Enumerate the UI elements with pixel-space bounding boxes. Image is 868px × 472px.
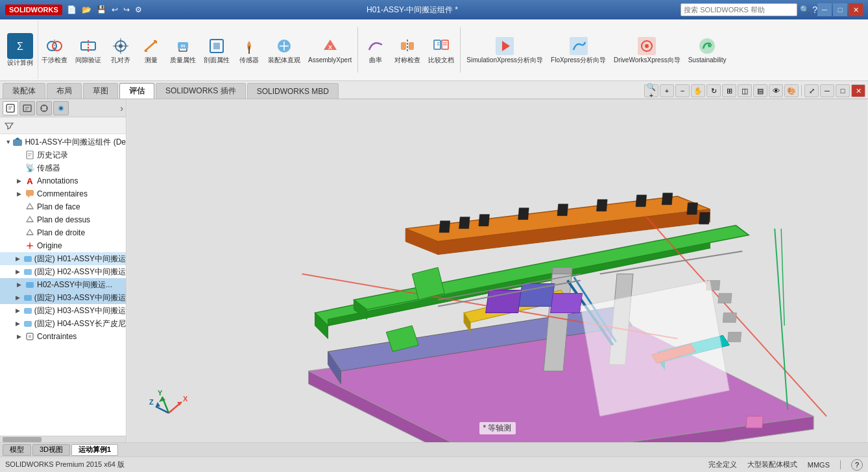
measure-icon (141, 36, 162, 56)
pan-button[interactable]: ✋ (691, 84, 705, 97)
redo-icon[interactable]: ↪ (121, 5, 132, 15)
curvature-button[interactable]: 曲率 (361, 27, 390, 73)
panel-scrollbar[interactable] (0, 436, 127, 442)
svg-rect-113 (723, 313, 736, 322)
tab-layout[interactable]: 布局 (47, 83, 82, 99)
expand-plan-face-icon (14, 202, 23, 211)
hide-show-button[interactable]: 👁 (769, 84, 783, 97)
minimize-button[interactable]: ─ (817, 3, 832, 16)
assembly-visual-button[interactable]: 装配体直观 (265, 27, 304, 73)
tab-sketch[interactable]: 草图 (83, 83, 118, 99)
tree-annotations[interactable]: ▶ A Annotations (0, 174, 126, 187)
tree-root[interactable]: ▼ H01-ASSY-中间搬运组件 (De (0, 136, 126, 148)
feature-tree: ▼ H01-ASSY-中间搬运组件 (De 历史记录 📡 传感器 (0, 134, 126, 436)
display-manager-tab[interactable] (53, 101, 69, 115)
simulation-xpress-button[interactable]: SimulationXpress分析向导 (463, 27, 546, 73)
tabbar-min-button[interactable]: ─ (820, 84, 834, 97)
view-tools: 🔍+ + − ✋ ↻ ⊞ ◫ ▤ 👁 🎨 ⤢ ─ □ ✕ (642, 83, 868, 99)
tree-h01[interactable]: ▶ (固定) H01-ASSY中间搬运 (0, 252, 126, 265)
floxpress-icon (568, 36, 589, 56)
panel-arrow-icon[interactable]: › (120, 103, 123, 113)
tree-h03-2-label: (固定) H03-ASSY中间搬运 (34, 305, 126, 316)
symmetry-check-button[interactable]: 对称检查 (391, 27, 424, 73)
search-icon[interactable]: 🔍 (800, 5, 810, 14)
design-calc-button[interactable]: Σ 设计算例 (3, 21, 38, 79)
section-view-button[interactable]: ▤ (753, 84, 767, 97)
zoom-in-button[interactable]: + (660, 84, 674, 97)
save-icon[interactable]: 💾 (95, 5, 108, 15)
toolbar-separator-1 (357, 27, 358, 73)
config-manager-tab[interactable] (36, 101, 52, 115)
tree-h04[interactable]: ▶ (固定) H04-ASSY长产皮尼 (0, 317, 126, 330)
tab-sw-plugins[interactable]: SOLIDWORKS 插件 (156, 83, 246, 99)
tree-h03-2[interactable]: ▶ (固定) H03-ASSY中间搬运 (0, 304, 126, 317)
mass-props-button[interactable]: m 质量属性 (167, 27, 199, 73)
tree-origin[interactable]: Origine (0, 239, 126, 252)
new-icon[interactable]: 📄 (65, 5, 78, 15)
display-style-button[interactable]: ◫ (738, 84, 752, 97)
appear-button[interactable]: 🎨 (784, 84, 799, 97)
tree-sensor[interactable]: 📡 传感器 (0, 161, 126, 174)
tab-sw-mbd[interactable]: SOLIDWORKS MBD (247, 83, 339, 99)
bottom-tab-motion[interactable]: 运动算例1 (71, 444, 118, 456)
rotate-button[interactable]: ↻ (706, 84, 721, 97)
expand-button[interactable]: ⤢ (804, 84, 819, 97)
tabbar-close-button[interactable]: ✕ (851, 84, 865, 97)
feature-manager-tab[interactable] (3, 101, 18, 115)
toolbar-separator-2 (460, 27, 461, 73)
sustainability-button[interactable]: Sustainability (685, 27, 730, 73)
options-icon[interactable]: ⚙ (133, 5, 144, 15)
sustainability-label: Sustainability (688, 56, 727, 64)
interference-check-button[interactable]: 干涉检查 (38, 27, 71, 73)
bottom-tab-3dview[interactable]: 3D视图 (32, 444, 70, 456)
svg-point-48 (60, 107, 62, 110)
sensor-button[interactable]: 传感器 (234, 27, 263, 73)
tree-h02-2[interactable]: ▶ H02-ASSY中间搬运... (0, 278, 126, 291)
tree-constraints[interactable]: ▶ Contraintes (0, 330, 126, 343)
clearance-verify-label: 间隙验证 (75, 56, 101, 64)
help-button[interactable]: ? (851, 459, 863, 471)
hole-align-button[interactable]: 孔对齐 (106, 27, 135, 73)
tabbar-separator (801, 85, 802, 97)
tab-evaluate[interactable]: 评估 (119, 83, 154, 99)
zoom-to-fit-button[interactable]: 🔍+ (644, 84, 658, 97)
svg-rect-15 (213, 43, 220, 49)
tree-plan-face[interactable]: Plan de face (0, 200, 126, 213)
section-props-button[interactable]: 剖面属性 (200, 27, 233, 73)
assembly-xpert-button[interactable]: X AssemblyXpert (305, 27, 355, 73)
search-input[interactable] (681, 3, 797, 16)
scroll-thumb[interactable] (3, 437, 42, 442)
expand-plan-droite-icon (14, 228, 23, 237)
h03-1-icon (23, 292, 32, 303)
bottom-tab-model[interactable]: 模型 (3, 444, 31, 456)
filter-icon[interactable] (3, 119, 16, 132)
tree-comments[interactable]: ▶ Commentaires (0, 187, 126, 200)
tree-h02-1[interactable]: ▶ (固定) H02-ASSY中间搬运 (0, 265, 126, 278)
tree-history[interactable]: 历史记录 (0, 148, 126, 161)
close-button[interactable]: ✕ (849, 3, 863, 16)
expand-h02-2-icon: ▶ (14, 280, 23, 289)
view-orient-button[interactable]: ⊞ (722, 84, 736, 97)
window-controls: ─ □ ✕ (817, 3, 863, 16)
clearance-verify-button[interactable]: 间隙验证 (72, 27, 104, 73)
compare-docs-button[interactable]: 比较文档 (425, 27, 457, 73)
tree-plan-dessus-label: Plan de dessus (37, 215, 90, 224)
measure-button[interactable]: 测量 (136, 27, 165, 73)
curvature-label: 曲率 (369, 56, 382, 64)
comments-icon (25, 189, 35, 199)
tree-plan-dessus[interactable]: Plan de dessus (0, 213, 126, 226)
tabbar-max-button[interactable]: □ (836, 84, 850, 97)
simulation-xpress-label: SimulationXpress分析向导 (466, 56, 543, 64)
driveworks-button[interactable]: DriveWorksXpress向导 (610, 27, 684, 73)
property-manager-tab[interactable] (19, 101, 35, 115)
maximize-button[interactable]: □ (833, 3, 847, 16)
tree-plan-droite[interactable]: Plan de droite (0, 226, 126, 239)
zoom-out-button[interactable]: − (675, 84, 690, 97)
help-icon[interactable]: ? (812, 5, 817, 15)
floxpress-button[interactable]: FloXpress分析向导 (548, 27, 609, 73)
tab-assembly[interactable]: 装配体 (3, 83, 45, 99)
open-icon[interactable]: 📂 (80, 5, 93, 15)
undo-icon[interactable]: ↩ (110, 5, 120, 15)
3d-viewport[interactable]: Y X Z * 等轴测 (127, 99, 868, 442)
tree-h03-1[interactable]: ▶ (固定) H03-ASSY中间搬运 (0, 291, 126, 304)
